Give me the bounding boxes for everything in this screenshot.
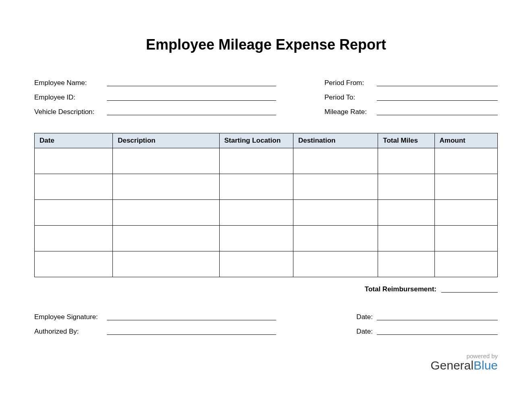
cell-amount[interactable] (434, 200, 497, 226)
mileage-table: Date Description Starting Location Desti… (34, 133, 498, 277)
total-reimbursement-label: Total Reimbursement: (365, 285, 436, 293)
employee-id-field[interactable] (107, 100, 276, 101)
mileage-rate-label: Mileage Rate: (324, 108, 377, 116)
sig-date1-field[interactable] (377, 320, 498, 320)
sig-left-column: Employee Signature: Authorized By: (34, 311, 276, 340)
footer: powered by GeneralBlue (34, 353, 498, 372)
logo-general: General (430, 359, 474, 372)
vehicle-desc-label: Vehicle Description: (34, 108, 107, 116)
employee-name-field[interactable] (107, 86, 276, 86)
cell-total-miles[interactable] (378, 148, 434, 174)
period-to-field[interactable] (377, 100, 498, 101)
table-row (35, 174, 498, 200)
header-amount: Amount (434, 133, 497, 148)
table-row (35, 200, 498, 226)
general-blue-logo: GeneralBlue (34, 359, 498, 372)
sig-date2-row: Date: (324, 326, 498, 336)
powered-by-text: powered by (34, 353, 498, 359)
table-header-row: Date Description Starting Location Desti… (35, 133, 498, 148)
period-to-label: Period To: (324, 93, 377, 102)
cell-starting-location[interactable] (219, 148, 293, 174)
info-left-column: Employee Name: Employee ID: Vehicle Desc… (34, 77, 276, 121)
sig-date1-label: Date: (324, 313, 377, 321)
mileage-rate-row: Mileage Rate: (324, 106, 498, 116)
mileage-rate-field[interactable] (377, 115, 498, 115)
cell-destination[interactable] (293, 200, 378, 226)
table-body (35, 148, 498, 277)
cell-date[interactable] (35, 251, 113, 277)
header-starting-location: Starting Location (219, 133, 293, 148)
period-from-field[interactable] (377, 86, 498, 86)
logo-blue: Blue (474, 359, 498, 372)
expense-report-page: Employee Mileage Expense Report Employee… (0, 0, 532, 388)
table-row (35, 251, 498, 277)
employee-id-row: Employee ID: (34, 92, 276, 102)
total-reimbursement-field[interactable] (441, 292, 498, 293)
cell-amount[interactable] (434, 251, 497, 277)
sig-date1-row: Date: (324, 311, 498, 321)
cell-starting-location[interactable] (219, 226, 293, 251)
cell-description[interactable] (113, 148, 219, 174)
table-row (35, 226, 498, 251)
cell-destination[interactable] (293, 174, 378, 200)
cell-amount[interactable] (434, 174, 497, 200)
cell-amount[interactable] (434, 226, 497, 251)
cell-destination[interactable] (293, 251, 378, 277)
info-right-column: Period From: Period To: Mileage Rate: (324, 77, 498, 121)
period-to-row: Period To: (324, 92, 498, 102)
header-destination: Destination (293, 133, 378, 148)
header-total-miles: Total Miles (378, 133, 434, 148)
cell-starting-location[interactable] (219, 174, 293, 200)
authorized-by-field[interactable] (107, 334, 276, 335)
cell-total-miles[interactable] (378, 200, 434, 226)
cell-total-miles[interactable] (378, 251, 434, 277)
authorized-by-row: Authorized By: (34, 326, 276, 336)
cell-date[interactable] (35, 174, 113, 200)
cell-date[interactable] (35, 200, 113, 226)
header-date: Date (35, 133, 113, 148)
signature-section: Employee Signature: Authorized By: Date:… (34, 311, 498, 340)
employee-id-label: Employee ID: (34, 93, 107, 102)
sig-date2-label: Date: (324, 328, 377, 336)
vehicle-desc-field[interactable] (107, 115, 276, 115)
table-row (35, 148, 498, 174)
cell-date[interactable] (35, 148, 113, 174)
cell-description[interactable] (113, 251, 219, 277)
cell-total-miles[interactable] (378, 226, 434, 251)
cell-description[interactable] (113, 200, 219, 226)
cell-destination[interactable] (293, 148, 378, 174)
page-title: Employee Mileage Expense Report (34, 36, 498, 53)
employee-name-row: Employee Name: (34, 77, 276, 87)
info-section: Employee Name: Employee ID: Vehicle Desc… (34, 77, 498, 121)
cell-total-miles[interactable] (378, 174, 434, 200)
cell-description[interactable] (113, 174, 219, 200)
cell-destination[interactable] (293, 226, 378, 251)
authorized-by-label: Authorized By: (34, 328, 107, 336)
employee-name-label: Employee Name: (34, 79, 107, 87)
sig-date2-field[interactable] (377, 334, 498, 335)
employee-signature-row: Employee Signature: (34, 311, 276, 321)
cell-date[interactable] (35, 226, 113, 251)
cell-starting-location[interactable] (219, 251, 293, 277)
vehicle-desc-row: Vehicle Description: (34, 106, 276, 116)
cell-amount[interactable] (434, 148, 497, 174)
employee-signature-label: Employee Signature: (34, 313, 107, 321)
cell-starting-location[interactable] (219, 200, 293, 226)
employee-signature-field[interactable] (107, 320, 276, 320)
period-from-label: Period From: (324, 79, 377, 87)
total-reimbursement-row: Total Reimbursement: (34, 285, 498, 293)
period-from-row: Period From: (324, 77, 498, 87)
cell-description[interactable] (113, 226, 219, 251)
sig-right-column: Date: Date: (324, 311, 498, 340)
header-description: Description (113, 133, 219, 148)
